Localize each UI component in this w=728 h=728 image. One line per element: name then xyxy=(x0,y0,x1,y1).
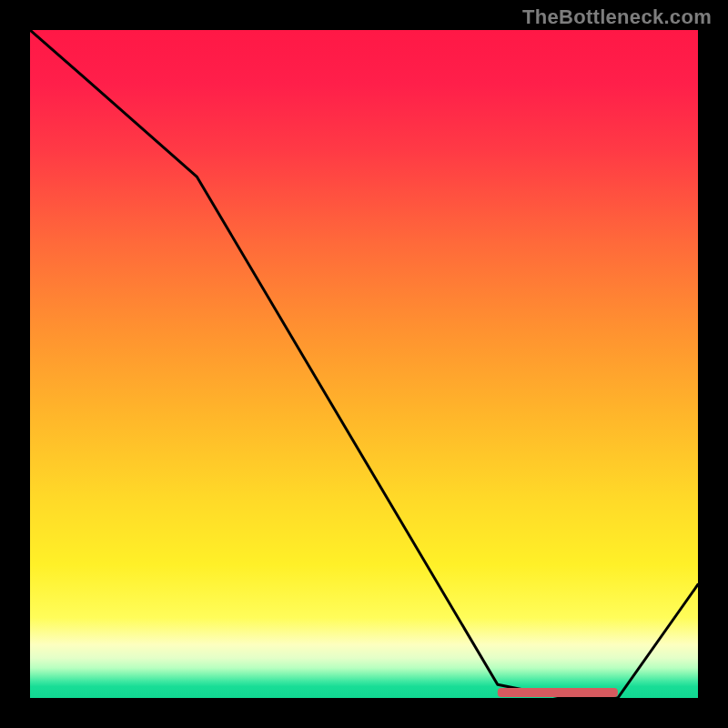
plot-area xyxy=(27,27,701,701)
recommended-range-marker xyxy=(498,688,618,697)
attribution-label: TheBottleneck.com xyxy=(522,5,712,29)
chart-container: TheBottleneck.com xyxy=(0,0,728,728)
chart-svg xyxy=(30,30,698,698)
bottleneck-curve xyxy=(30,30,698,698)
